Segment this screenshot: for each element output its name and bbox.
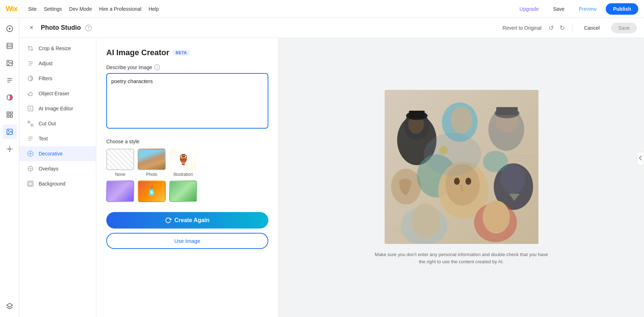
use-image-button[interactable]: Use Image — [106, 233, 268, 249]
modal-header: × Photo Studio ? Revert to Original ↺ ↻ … — [19, 18, 644, 38]
svg-point-32 — [451, 107, 472, 134]
tool-cut-out[interactable]: Cut Out — [19, 116, 96, 131]
eraser-icon — [26, 90, 34, 97]
style-photo-label: Photo — [146, 172, 157, 177]
tool-adjust[interactable]: Adjust — [19, 56, 96, 71]
style-none[interactable]: None — [106, 149, 134, 177]
preview-button[interactable]: Preview — [574, 4, 602, 14]
create-again-label: Create Again — [174, 217, 209, 224]
ai-editor-icon — [26, 105, 34, 112]
redo-button[interactable]: ↻ — [558, 23, 566, 33]
tool-filters[interactable]: Filters — [19, 71, 96, 86]
style-green[interactable] — [169, 181, 197, 202]
collage-svg — [385, 90, 538, 244]
tool-ai-editor[interactable]: AI Image Editor — [19, 101, 96, 116]
style-orange[interactable]: 🧴 — [138, 181, 166, 202]
header-actions: Revert to Original ↺ ↻ Cancel Save — [503, 23, 637, 33]
style-none-thumb — [106, 149, 134, 170]
svg-point-7 — [8, 62, 9, 63]
wix-logo: Wix — [6, 5, 17, 13]
info-icon[interactable]: i — [154, 64, 160, 70]
collapse-handle[interactable] — [637, 152, 644, 165]
nav-help[interactable]: Help — [148, 6, 159, 12]
create-again-button[interactable]: Create Again — [106, 212, 268, 229]
nav-site[interactable]: Site — [28, 6, 36, 12]
save-button[interactable]: Save — [611, 23, 637, 33]
sidebar-pages[interactable] — [3, 39, 17, 53]
undo-button[interactable]: ↺ — [547, 23, 555, 33]
svg-rect-36 — [496, 107, 518, 115]
tool-object-eraser[interactable]: Object Eraser — [19, 86, 96, 101]
style-purple[interactable] — [106, 181, 134, 202]
sidebar-text[interactable] — [3, 73, 17, 87]
top-nav: Wix Site Settings Dev Mode Hire a Profes… — [0, 0, 644, 18]
svg-point-42 — [465, 178, 471, 185]
background-icon — [26, 180, 34, 188]
style-purple-thumb — [106, 181, 134, 202]
sidebar-add[interactable] — [3, 21, 17, 36]
svg-rect-24 — [29, 182, 32, 186]
svg-marker-16 — [6, 303, 13, 307]
header-divider — [572, 24, 572, 32]
top-save-button[interactable]: Save — [548, 4, 570, 14]
ai-creator-panel: AI Image Creator BETA Describe your imag… — [96, 38, 279, 317]
bottle-icon: 🧴 — [146, 186, 157, 196]
style-illustration-thumb: 🏺 — [169, 149, 197, 170]
style-green-thumb — [169, 181, 197, 202]
svg-rect-10 — [10, 112, 12, 114]
overlays-icon — [26, 165, 34, 173]
nav-left: Wix Site Settings Dev Mode Hire a Profes… — [6, 5, 159, 13]
sidebar-widgets[interactable] — [3, 142, 17, 156]
modal-title: Photo Studio — [41, 24, 81, 32]
nav-right: Upgrade Save Preview Publish — [514, 3, 638, 15]
tool-crop-label: Crop & Resize — [39, 45, 71, 51]
tool-text-label: Text — [39, 136, 48, 141]
help-icon[interactable]: ? — [85, 25, 92, 31]
nav-hire[interactable]: Hire a Professional — [99, 6, 141, 12]
sidebar-layers[interactable] — [3, 299, 17, 313]
close-button[interactable]: × — [26, 23, 36, 33]
svg-point-41 — [454, 178, 460, 185]
tool-overlays-label: Overlays — [39, 166, 58, 172]
style-illustration-label: Illustration — [174, 172, 193, 177]
describe-textarea[interactable]: poetry characters — [106, 73, 268, 129]
describe-label: Describe your image i — [106, 64, 268, 70]
ai-panel-title: AI Image Creator — [106, 48, 169, 57]
cut-out-icon — [26, 120, 34, 128]
style-photo-thumb — [138, 149, 166, 170]
style-none-label: None — [115, 172, 126, 177]
cancel-button[interactable]: Cancel — [578, 23, 605, 33]
crop-icon — [26, 44, 34, 52]
tool-background[interactable]: Background — [19, 176, 96, 191]
tool-eraser-label: Object Eraser — [39, 91, 69, 96]
flower-vase-icon: 🏺 — [177, 154, 190, 165]
style-orange-thumb: 🧴 — [138, 181, 166, 202]
tool-background-label: Background — [39, 181, 65, 187]
tool-crop[interactable]: Crop & Resize — [19, 41, 96, 56]
sidebar-image-active[interactable] — [3, 125, 17, 139]
modal-body: Crop & Resize Adjust Filters Object Eras… — [19, 38, 644, 317]
style-grid-row2: 🧴 — [106, 181, 268, 202]
svg-rect-12 — [10, 115, 12, 117]
sidebar-media[interactable] — [3, 56, 17, 70]
text-icon — [26, 135, 34, 143]
publish-button[interactable]: Publish — [606, 3, 638, 15]
sidebar-colors[interactable] — [3, 90, 17, 105]
upgrade-button[interactable]: Upgrade — [514, 4, 544, 14]
tool-decorative[interactable]: Decorative — [19, 146, 96, 161]
tool-text[interactable]: Text — [19, 131, 96, 146]
disclaimer-text: Make sure you don't enter any personal i… — [372, 251, 551, 265]
sidebar-apps[interactable] — [3, 107, 17, 122]
tool-decorative-label: Decorative — [39, 151, 63, 157]
preview-area: Make sure you don't enter any personal i… — [279, 38, 644, 317]
style-illustration[interactable]: 🏺 Illustration — [169, 149, 197, 177]
nav-dev-mode[interactable]: Dev Mode — [69, 6, 92, 12]
tool-overlays[interactable]: Overlays — [19, 161, 96, 176]
left-sidebar — [0, 18, 19, 317]
nav-settings[interactable]: Settings — [44, 6, 62, 12]
style-photo[interactable]: Photo — [138, 149, 166, 177]
revert-button[interactable]: Revert to Original — [503, 25, 542, 31]
style-section-title: Choose a style — [106, 139, 268, 144]
style-grid-row1: None Photo 🏺 Illustration — [106, 149, 268, 177]
tool-cutout-label: Cut Out — [39, 121, 56, 126]
